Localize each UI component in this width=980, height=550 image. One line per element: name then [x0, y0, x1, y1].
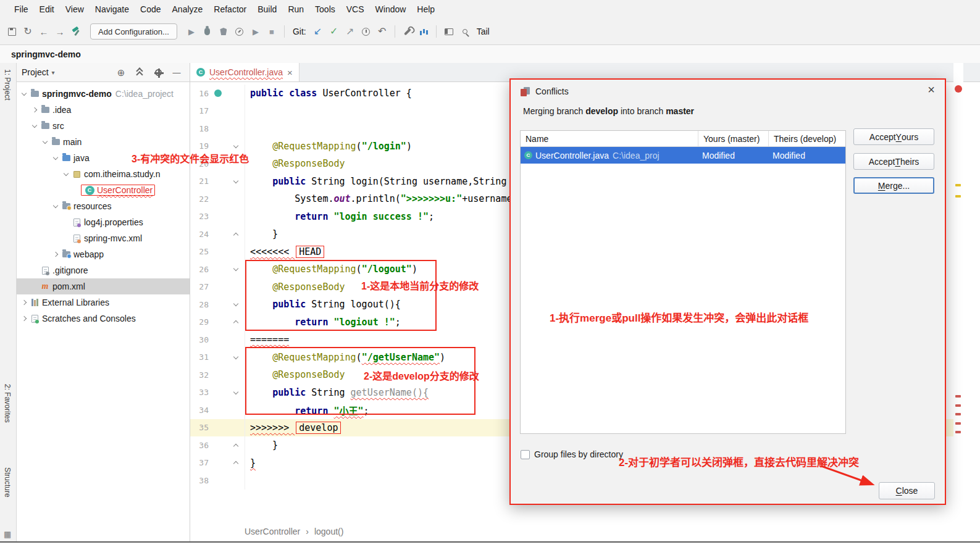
toolbar-run-icons: ▶▶■ — [183, 24, 280, 39]
tree-item-resources[interactable]: resources — [17, 198, 190, 214]
folder-icon — [39, 123, 51, 129]
conflicts-dialog: Conflicts × Merging branch develop into … — [509, 78, 946, 505]
menu-window[interactable]: Window — [370, 2, 412, 17]
toolbar-separator — [284, 25, 285, 38]
menu-help[interactable]: Help — [411, 2, 440, 17]
web-folder-icon — [60, 251, 72, 257]
play-icon[interactable]: ▶ — [248, 24, 264, 39]
panel-title[interactable]: Project — [22, 67, 49, 77]
tree-item-com-itheima-study-n[interactable]: com.itheima.study.n — [17, 166, 190, 182]
tree-item-java[interactable]: java — [17, 150, 190, 166]
toolwindow-icon[interactable] — [441, 24, 457, 39]
update-project-icon[interactable]: ↙ — [310, 24, 326, 39]
toolbar-git-icons: ↙✓↗↶ — [310, 24, 390, 39]
checkbox-icon[interactable] — [521, 450, 530, 459]
stripe-mark — [955, 184, 961, 186]
accept-yours-button[interactable]: Accept Yours — [853, 128, 934, 145]
history-icon[interactable] — [358, 24, 374, 39]
project-breadcrumb-bar: springmvc-demo — [0, 45, 980, 63]
close-button[interactable]: Close — [879, 482, 935, 499]
stop-icon[interactable]: ■ — [264, 24, 280, 39]
wrench-icon[interactable] — [400, 24, 416, 39]
add-configuration-button[interactable]: Add Configuration... — [90, 23, 177, 40]
tree-item-scratches-and-consoles[interactable]: Scratches and Consoles — [17, 310, 190, 327]
debug-icon[interactable] — [199, 24, 216, 39]
rollback-icon[interactable]: ↶ — [374, 24, 390, 39]
back-icon[interactable]: ← — [36, 24, 52, 39]
menu-edit[interactable]: Edit — [34, 2, 60, 17]
project-tool-window: Project ▾ ⊕— springmvc-demoC:\idea_proje… — [17, 63, 190, 541]
class-icon: C — [196, 68, 205, 77]
dialog-close-icon[interactable]: × — [928, 83, 935, 97]
file-prop-icon — [70, 219, 83, 227]
maven-icon: m — [39, 281, 51, 291]
menu-view[interactable]: View — [60, 2, 90, 17]
locate-icon[interactable]: ⊕ — [113, 65, 129, 80]
tree-item-src[interactable]: src — [17, 118, 190, 134]
stripe-mark — [955, 395, 961, 398]
menu-vcs[interactable]: VCS — [341, 2, 370, 17]
tree-item-springmvc-demo[interactable]: springmvc-demoC:\idea_project — [17, 86, 190, 102]
menu-tools[interactable]: Tools — [309, 2, 341, 17]
menu-run[interactable]: Run — [282, 2, 309, 17]
coverage-icon[interactable] — [216, 24, 232, 39]
menu-analyze[interactable]: Analyze — [167, 2, 209, 17]
commit-icon[interactable]: ✓ — [326, 24, 342, 39]
run-icon[interactable]: ▶ — [183, 24, 199, 39]
tree-item-log4j-properties[interactable]: log4j.properties — [17, 214, 190, 230]
toolbar-tool-icons — [400, 24, 432, 39]
main-toolbar: ↻←→ Add Configuration... ▶▶■ Git: ↙✓↗↶ T… — [0, 19, 980, 45]
changes-icon[interactable] — [416, 24, 432, 39]
tree-item-spring-mvc-xml[interactable]: spring-mvc.xml — [17, 230, 190, 246]
tab-label: UserController.java — [209, 67, 283, 77]
menu-refactor[interactable]: Refactor — [208, 2, 252, 17]
tree-item-gitignore[interactable]: .gitignore — [17, 262, 190, 278]
file-git-icon — [39, 267, 51, 275]
menu-file[interactable]: File — [9, 2, 34, 17]
build-icon[interactable] — [68, 24, 84, 39]
chevron-down-icon[interactable]: ▾ — [52, 69, 55, 76]
search-icon[interactable] — [457, 24, 473, 39]
tree-item-main[interactable]: main — [17, 134, 190, 150]
save-all-icon[interactable] — [4, 24, 20, 39]
conflicts-icon — [521, 87, 530, 96]
collapse-all-icon[interactable] — [132, 65, 148, 80]
menu-code[interactable]: Code — [135, 2, 166, 17]
breadcrumb-method[interactable]: logout() — [314, 527, 343, 536]
tree-item-idea[interactable]: .idea — [17, 102, 190, 118]
left-tool-strip: 1: Project 2: Favorites Structure ▦ — [0, 63, 17, 541]
stripe-structure-button[interactable]: Structure — [3, 467, 12, 498]
push-icon[interactable]: ↗ — [342, 24, 358, 39]
toolwindow-toggle-icon[interactable]: ▦ — [4, 530, 11, 539]
tab-close-icon[interactable]: × — [287, 68, 293, 77]
forward-icon[interactable]: → — [52, 24, 68, 39]
settings-icon[interactable] — [150, 65, 166, 80]
group-files-checkbox[interactable]: Group files by directory — [521, 449, 623, 459]
menu-build[interactable]: Build — [252, 2, 282, 17]
toolbar-main-icons: ↻←→ — [4, 24, 84, 39]
accept-theirs-button[interactable]: Accept Theirs — [853, 153, 934, 170]
sync-icon[interactable]: ↻ — [20, 24, 36, 39]
breadcrumb-class[interactable]: UserController — [245, 527, 300, 536]
tree-item-webapp[interactable]: webapp — [17, 246, 190, 262]
stripe-project-button[interactable]: 1: Project — [3, 69, 12, 101]
profiler-icon[interactable] — [232, 24, 248, 39]
class-gutter-icon — [214, 90, 222, 97]
menu-navigate[interactable]: Navigate — [90, 2, 135, 17]
project-name: springmvc-demo — [11, 49, 81, 59]
merge-button[interactable]: Merge... — [853, 177, 934, 194]
hide-panel-icon[interactable]: — — [169, 65, 185, 80]
stripe-favorites-button[interactable]: 2: Favorites — [3, 384, 12, 423]
tree-item-pom-xml[interactable]: mpom.xml — [17, 278, 190, 294]
dialog-conflict-note: 1-执行merge或pull操作如果发生冲突，会弹出此对话框 — [550, 309, 808, 325]
stripe-mark — [955, 431, 961, 433]
column-header-theirs-develop: Theirs (develop) — [769, 131, 845, 146]
tree-item-external-libraries[interactable]: External Libraries — [17, 294, 190, 310]
editor-breadcrumbs: UserController › logout() — [190, 522, 953, 541]
overview-ruler[interactable] — [953, 63, 963, 541]
tree-item-usercontroller[interactable]: CUserController — [17, 182, 190, 198]
tab-usercontroller-java[interactable]: C UserController.java × — [190, 63, 299, 81]
conflict-row-usercontroller-java[interactable]: CUserController.javaC:\idea_projModified… — [521, 147, 845, 164]
tail-button[interactable]: Tail — [477, 27, 490, 36]
stripe-mark — [955, 413, 961, 415]
